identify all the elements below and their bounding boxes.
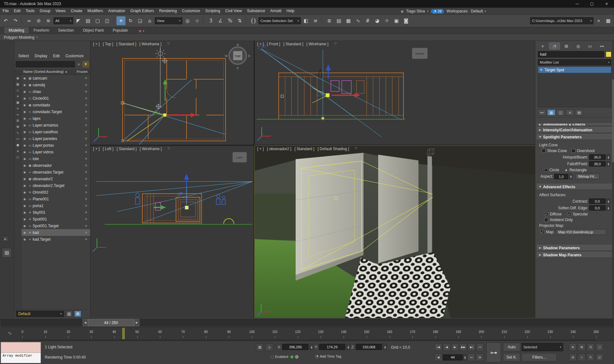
eye-icon[interactable]: ◉: [22, 110, 27, 113]
set-key-button[interactable]: Set K.: [503, 353, 520, 361]
menu-item-arnold[interactable]: Arnold: [268, 8, 284, 14]
eye-icon[interactable]: ◉: [22, 90, 27, 93]
menu-item-help[interactable]: Help: [284, 8, 297, 14]
ribbon-tab-freeform[interactable]: Freeform: [30, 27, 53, 34]
scene-row[interactable]: ◉+observador.Target∗: [21, 169, 90, 175]
current-frame-display[interactable]: 44 / 250: [88, 319, 134, 326]
rollout-atmospheres-effects[interactable]: ▶ Atmospheres & Effects: [537, 123, 612, 126]
explorer-column-headers[interactable]: Name (Sorted Ascending) ▲ Frozen: [14, 68, 90, 75]
z-coordinate-field[interactable]: 150,068: [356, 344, 382, 350]
frozen-toggle[interactable]: ∗: [82, 89, 90, 94]
display-hidden-icon[interactable]: ○: [15, 155, 20, 159]
frozen-toggle[interactable]: ∗: [82, 197, 90, 201]
layer-explorer-button[interactable]: ▤: [66, 311, 73, 317]
explorer-menu-customize[interactable]: Customize: [65, 54, 84, 58]
frozen-toggle[interactable]: ∗: [82, 150, 90, 154]
display-materials-icon[interactable]: ●: [15, 143, 20, 147]
name-column-header[interactable]: Name (Sorted Ascending): [23, 70, 64, 74]
active-layer-dropdown[interactable]: Default: [16, 311, 64, 317]
viewport-front[interactable]: FRONT [ + ] [ Front ] [ Standard ] [ Wir…: [255, 41, 535, 145]
project-folder-dropdown[interactable]: C:\Users\tiago...s\3ds Max 2023: [530, 17, 594, 24]
toolbar-overflow-icon[interactable]: »: [594, 16, 603, 25]
eye-icon[interactable]: ◉: [22, 83, 27, 87]
menu-item-substance[interactable]: Substance: [244, 8, 268, 14]
rectangular-selection-region-icon[interactable]: ▢: [93, 16, 102, 25]
scene-row[interactable]: ◉▭Layer:paredes∗: [21, 135, 90, 142]
menu-item-graph-editors[interactable]: Graph Editors: [128, 8, 156, 14]
viewport-shading-label[interactable]: [ Wireframe ]: [140, 42, 162, 46]
show-curves-icon[interactable]: ∿: [8, 330, 12, 336]
viewport-camera-obsevador2[interactable]: [ + ] [ obsevador2 ] [ Standard ] [ Defa…: [255, 146, 535, 318]
menu-item-modifiers[interactable]: Modifiers: [85, 8, 106, 14]
frozen-column-header[interactable]: Frozen: [77, 70, 90, 74]
eye-icon[interactable]: ◉: [22, 224, 27, 228]
toggle-scene-explorer-icon[interactable]: ≣: [325, 16, 334, 25]
display-frozen-icon[interactable]: ∗: [15, 149, 20, 153]
previous-frame-arrow-icon[interactable]: ◀: [83, 319, 88, 326]
scene-row[interactable]: ◉▭chao∗: [21, 88, 90, 95]
frozen-toggle[interactable]: ∗: [82, 177, 90, 181]
scene-row[interactable]: ◉☀Omni002∗: [21, 189, 90, 196]
ribbon-tab-selection[interactable]: Selection: [54, 27, 77, 34]
frozen-toggle[interactable]: ∗: [82, 136, 90, 141]
scene-explorer-grip[interactable]: [14, 41, 90, 52]
aspect-field[interactable]: 1,0: [554, 174, 568, 179]
eye-icon[interactable]: ◉: [22, 218, 27, 221]
frozen-toggle[interactable]: ∗: [82, 123, 90, 127]
bitmap-fit-button[interactable]: Bitmap Fit...: [576, 174, 600, 179]
eye-icon[interactable]: ◉: [22, 157, 27, 160]
eye-icon[interactable]: ◉: [22, 197, 27, 201]
eye-icon[interactable]: ◉: [22, 124, 27, 127]
polygon-modeling-panel[interactable]: Polygon Modeling: [4, 35, 34, 40]
scene-row[interactable]: ◉▭Layer:portas∗: [21, 142, 90, 149]
reference-coordinate-dropdown[interactable]: View: [155, 17, 182, 24]
frozen-toggle[interactable]: ∗: [82, 83, 90, 87]
frozen-toggle[interactable]: ∗: [82, 230, 90, 235]
display-all-icon[interactable]: ◉: [15, 76, 20, 81]
rollout-shadow-parameters[interactable]: ▶ Shadow Parameters: [537, 245, 612, 251]
eye-icon[interactable]: ◉: [22, 77, 27, 80]
previous-frame-icon[interactable]: ◀: [443, 343, 451, 351]
chevron-down-icon[interactable]: [427, 10, 429, 13]
selection-lock-icon[interactable]: ⊠: [256, 344, 264, 351]
menu-item-civil-view[interactable]: Civil View: [223, 8, 244, 14]
eye-icon[interactable]: ◉: [22, 184, 27, 187]
scrollbar-thumb[interactable]: [612, 79, 614, 162]
scene-row[interactable]: ◉▦obsevador2∗: [21, 175, 90, 182]
menu-item-tools[interactable]: Tools: [23, 8, 37, 14]
scene-row[interactable]: ◉▭lajes∗: [21, 115, 90, 122]
spinner-snap-icon[interactable]: ⇅: [235, 16, 244, 25]
align-icon[interactable]: ≡: [311, 16, 320, 25]
viewport-shading-label[interactable]: [ Wireframe ]: [140, 147, 162, 151]
snap-toggle-icon[interactable]: 3: [206, 16, 215, 25]
frozen-toggle[interactable]: ∗: [82, 163, 90, 167]
mute-toggle-icon[interactable]: ◌: [270, 354, 274, 359]
menu-item-create[interactable]: Create: [68, 8, 85, 14]
time-configuration-icon[interactable]: ◔: [476, 353, 483, 361]
eye-icon[interactable]: ◉: [22, 191, 27, 194]
rollout-shadow-map-params[interactable]: ▶ Shadow Map Params: [537, 252, 612, 258]
render-setup-icon[interactable]: ☼: [382, 16, 391, 25]
schematic-view-icon[interactable]: #: [363, 16, 372, 25]
next-frame-icon[interactable]: ▶▶: [459, 343, 467, 351]
scene-row[interactable]: ◉+convidado.Target∗: [21, 108, 90, 115]
ribbon-display-icon[interactable]: ◉: [139, 29, 142, 33]
show-cone-checkbox[interactable]: Show Cone: [542, 149, 567, 153]
frozen-toggle[interactable]: ∗: [82, 116, 90, 120]
modifier-stack[interactable]: ☀Target Spot: [538, 66, 611, 107]
eye-icon[interactable]: ◉: [22, 238, 27, 241]
ribbon-tab-object-paint[interactable]: Object Paint: [79, 27, 108, 34]
x-spinner[interactable]: [310, 344, 313, 350]
modify-tab-icon[interactable]: ◔: [549, 43, 560, 50]
listener-line[interactable]: Array modifier: [1, 353, 41, 363]
minimize-button[interactable]: —: [570, 0, 585, 8]
unlink-selection-icon[interactable]: ⊘: [34, 16, 43, 25]
maximize-viewport-toggle-icon[interactable]: ◱: [596, 353, 603, 361]
viewport-layout-tabs-icon[interactable]: ⊞: [2, 248, 12, 258]
viewport-left[interactable]: LEFT [ + ] [ Left ] [ Standard ] [ Wiref…: [91, 146, 254, 318]
scene-row[interactable]: ◉☀Sky001∗: [21, 209, 90, 216]
falloff-field[interactable]: 38,0: [589, 161, 606, 167]
viewport-renderer-label[interactable]: [ Standard ]: [283, 42, 303, 46]
key-filters-button[interactable]: Filters...: [522, 353, 557, 361]
soften-diff-edge-field[interactable]: 0,0: [589, 205, 606, 211]
